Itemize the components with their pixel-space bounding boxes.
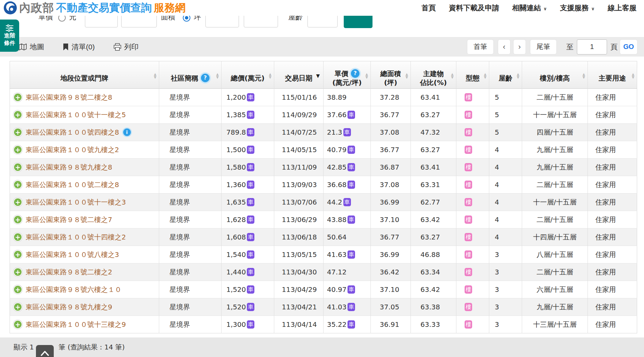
parking-badge: 車 [247, 111, 254, 119]
total-area-value: 36.77 [380, 146, 399, 154]
main-usage-value: 住家用 [595, 303, 616, 312]
table-row: +東區公園東路１００號四樓之8i星境界789.8車114/07/2521.3車3… [10, 124, 637, 141]
nav-item-3[interactable]: 相關連結∨ [512, 3, 547, 13]
address-link[interactable]: 東區公園東路９８號二樓之8 [26, 93, 112, 102]
community-name: 星境界 [169, 180, 190, 189]
column-header[interactable]: 型態▲▼ [456, 61, 489, 89]
sort-icon[interactable]: ▲▼ [405, 73, 408, 79]
expand-row-button[interactable]: + [13, 93, 22, 102]
column-header[interactable]: 總價(萬元)▲▼ [222, 61, 274, 89]
total-price-value: 1,540 [226, 250, 246, 259]
column-header-label-line2: 佔比(%) [411, 78, 456, 87]
nav-item-2[interactable]: 資料下載及申請 [449, 3, 499, 13]
community-name: 星境界 [169, 93, 190, 102]
sort-icon[interactable]: ▲▼ [154, 73, 156, 79]
table-row: +東區公園東路９８號六樓之１０星境界1,520車113/04/2940.97車3… [10, 281, 637, 298]
main-usage-value: 住家用 [595, 320, 616, 329]
map-view-button[interactable]: 地圖 [18, 42, 44, 52]
sort-desc-icon[interactable]: ▼ [316, 73, 320, 78]
column-header[interactable]: 屋齡▲▼ [489, 61, 522, 89]
main-usage-value: 住家用 [595, 250, 616, 259]
expand-row-button[interactable]: + [13, 268, 22, 276]
expand-row-button[interactable]: + [13, 233, 22, 242]
sort-down-arrow: ▼ [484, 76, 487, 79]
site-logo[interactable]: 內政部 不動產交易實價查詢 服務網 [3, 0, 186, 16]
address-link[interactable]: 東區公園東路１００號十四樓之2 [26, 233, 126, 242]
address-link[interactable]: 東區公園東路９８號二樓之7 [26, 215, 112, 224]
expand-row-button[interactable]: + [13, 180, 22, 189]
help-icon[interactable]: ? [201, 74, 210, 82]
go-button[interactable]: GO [620, 39, 637, 54]
expand-row-button[interactable]: + [13, 320, 22, 329]
building-type-badge: 樓 [465, 146, 472, 154]
sort-icon[interactable]: ▲▼ [269, 73, 272, 79]
expand-row-button[interactable]: + [13, 215, 22, 224]
community-name: 星境界 [169, 233, 190, 242]
address-link[interactable]: 東區公園東路１００號二樓之8 [26, 180, 119, 189]
address-link[interactable]: 東區公園東路１００號八樓之3 [26, 250, 119, 259]
expand-row-button[interactable]: + [13, 198, 22, 207]
sort-down-arrow: ▼ [405, 76, 408, 79]
nav-item-1[interactable]: 首頁 [421, 3, 436, 13]
address-link[interactable]: 東區公園東路１００號九樓之2 [26, 145, 119, 155]
nav-item-4[interactable]: 支援服務∨ [560, 3, 595, 13]
sort-icon[interactable]: ▲▼ [365, 73, 368, 79]
column-header-label: 樓別/樓高 [540, 74, 570, 83]
transaction-date: 114/09/29 [282, 111, 317, 119]
last-page-button[interactable]: 尾筆 [530, 39, 557, 54]
sort-icon[interactable]: ▲▼ [632, 73, 634, 79]
column-header[interactable]: 主建物佔比(%)▲▼ [411, 61, 456, 89]
address-link[interactable]: 東區公園東路１００號十一樓之5 [26, 110, 126, 120]
scroll-to-top-button[interactable] [36, 345, 54, 357]
table-row: +東區公園東路１００號八樓之3星境界1,540車113/05/1541.63車3… [10, 246, 637, 263]
help-icon[interactable]: ? [351, 69, 359, 78]
sort-icon[interactable]: ▲▼ [216, 73, 219, 79]
parking-badge: 車 [247, 216, 254, 224]
first-page-button[interactable]: 首筆 [467, 39, 494, 54]
expand-row-button[interactable]: + [13, 250, 22, 259]
address-link[interactable]: 東區公園東路９８號六樓之１０ [26, 285, 122, 294]
total-price-value: 1,385 [226, 111, 246, 119]
community-name: 星境界 [169, 128, 190, 137]
expand-row-button[interactable]: + [13, 285, 22, 294]
column-header-label: 主要用途 [599, 74, 626, 83]
saved-list-button[interactable]: 清單(0) [63, 42, 95, 52]
column-header[interactable]: 單價?(萬元/坪)▲▼ [324, 61, 371, 89]
column-header[interactable]: 地段位置或門牌▲▼ [10, 61, 159, 89]
sort-icon[interactable]: ▲▼ [484, 73, 487, 79]
expand-row-button[interactable]: + [13, 303, 22, 311]
main-building-ratio-value: 62.77 [420, 198, 440, 206]
expand-row-button[interactable]: + [13, 110, 22, 119]
address-link[interactable]: 東區公園東路１００號四樓之8 [26, 128, 119, 137]
sort-icon[interactable]: ▲▼ [517, 73, 519, 79]
expand-row-button[interactable]: + [13, 145, 22, 154]
column-header[interactable]: 交易日期▼ [274, 61, 324, 89]
building-type-badge: 樓 [465, 198, 472, 206]
address-link[interactable]: 東區公園東路９８號二樓之2 [26, 268, 112, 277]
print-button[interactable]: 列印 [113, 42, 139, 52]
info-icon[interactable]: i [123, 128, 131, 136]
parking-badge: 車 [247, 163, 254, 171]
column-header-label: 單價 [334, 69, 348, 78]
expand-row-button[interactable]: + [13, 128, 22, 137]
parking-badge: 車 [348, 181, 355, 189]
sort-icon[interactable]: ▲▼ [582, 73, 585, 79]
column-header[interactable]: 社區簡稱?▲▼ [159, 61, 222, 89]
prev-page-button[interactable]: ‹ [498, 39, 510, 54]
column-header[interactable]: 主要用途▲▼ [588, 61, 637, 89]
advanced-filter-button[interactable]: 進階 條件 [0, 20, 19, 52]
column-header[interactable]: 總面積(坪)▲▼ [371, 61, 411, 89]
column-header[interactable]: 樓別/樓高▲▼ [522, 61, 588, 89]
total-area-value: 37.08 [380, 181, 399, 189]
address-link[interactable]: 東區公園東路１００號十三樓之9 [26, 320, 126, 329]
page-number-input[interactable] [577, 39, 607, 54]
transaction-date: 113/04/14 [282, 320, 317, 329]
address-link[interactable]: 東區公園東路９８號九樓之8 [26, 163, 112, 172]
expand-row-button[interactable]: + [13, 163, 22, 172]
results-table-wrap: 地段位置或門牌▲▼社區簡稱?▲▼總價(萬元)▲▼交易日期▼單價?(萬元/坪)▲▼… [10, 61, 637, 333]
nav-item-5[interactable]: 線上客服 [608, 3, 636, 13]
address-link[interactable]: 東區公園東路９８號九樓之9 [26, 303, 112, 312]
next-page-button[interactable]: › [513, 39, 526, 54]
sort-icon[interactable]: ▲▼ [451, 73, 454, 79]
address-link[interactable]: 東區公園東路１００號十一樓之3 [26, 198, 126, 207]
